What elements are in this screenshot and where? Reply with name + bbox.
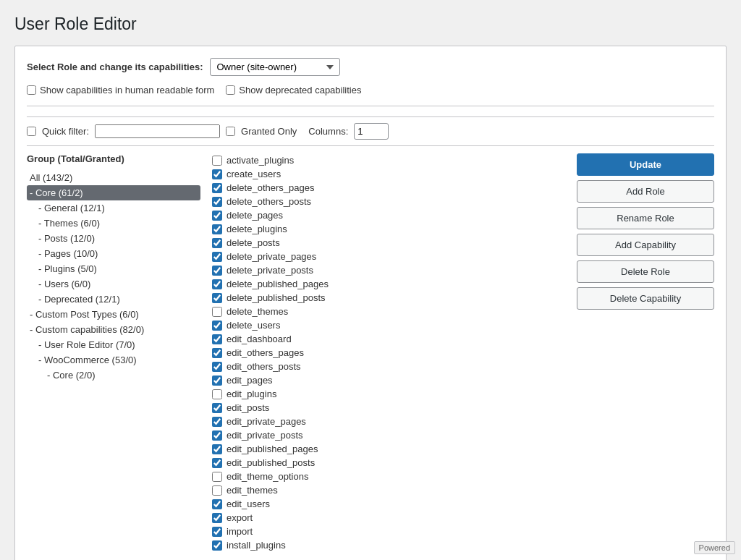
sidebar-item-0[interactable]: All (143/2) [27, 170, 200, 185]
powered-badge: Powered [694, 541, 735, 554]
capability-item-1: create_users [212, 167, 565, 181]
capability-name-25: edit_users [226, 499, 270, 509]
sidebar-group-header: Group (Total/Granted) [27, 153, 200, 164]
capability-item-6: delete_posts [212, 236, 565, 250]
capability-checkbox-16[interactable] [212, 376, 222, 386]
capability-name-5: delete_plugins [226, 224, 287, 234]
deprecated-label[interactable]: Show deprecated capabilities [226, 85, 361, 96]
capability-checkbox-23[interactable] [212, 472, 222, 482]
capability-checkbox-8[interactable] [212, 266, 222, 276]
update-button[interactable]: Update [577, 153, 714, 176]
capability-name-18: edit_posts [226, 402, 269, 413]
capability-item-7: delete_private_pages [212, 250, 565, 263]
capability-checkbox-3[interactable] [212, 197, 222, 207]
capability-checkbox-7[interactable] [212, 252, 222, 262]
capability-name-20: edit_private_posts [226, 430, 303, 441]
sidebar-item-6[interactable]: - Plugins (5/0) [27, 261, 200, 276]
sidebar-item-8[interactable]: - Deprecated (12/1) [27, 292, 200, 307]
main-panel: Select Role and change its capabilities:… [14, 46, 727, 560]
capability-name-26: export [226, 512, 253, 523]
columns-spinner[interactable] [354, 123, 389, 140]
capability-name-0: activate_plugins [226, 155, 294, 166]
capability-name-28: install_plugins [226, 540, 286, 551]
sidebar-item-11[interactable]: - User Role Editor (7/0) [27, 337, 200, 352]
capability-checkbox-5[interactable] [212, 224, 222, 234]
capability-checkbox-17[interactable] [212, 389, 222, 399]
capability-checkbox-13[interactable] [212, 334, 222, 344]
human-readable-label[interactable]: Show capabilities in human readable form [27, 85, 214, 96]
capability-checkbox-4[interactable] [212, 211, 222, 221]
capability-checkbox-28[interactable] [212, 540, 222, 551]
capability-item-14: edit_others_pages [212, 346, 565, 360]
capability-name-24: edit_themes [226, 485, 278, 496]
capability-item-28: install_plugins [212, 538, 565, 552]
sidebar-item-1[interactable]: - Core (61/2) [27, 185, 200, 200]
capability-checkbox-14[interactable] [212, 348, 222, 358]
sidebar-item-4[interactable]: - Posts (12/0) [27, 231, 200, 246]
options-row: Show capabilities in human readable form… [27, 85, 714, 96]
capability-item-10: delete_published_posts [212, 291, 565, 305]
capabilities-section: activate_pluginscreate_usersdelete_other… [212, 153, 565, 560]
sidebar-item-13[interactable]: - Core (2/0) [27, 368, 200, 383]
capability-item-4: delete_pages [212, 208, 565, 222]
capability-item-17: edit_plugins [212, 387, 565, 401]
select-all-checkbox[interactable] [27, 127, 36, 136]
capability-checkbox-15[interactable] [212, 362, 222, 372]
capability-item-24: edit_themes [212, 483, 565, 497]
capability-checkbox-0[interactable] [212, 156, 222, 166]
capability-item-20: edit_private_posts [212, 428, 565, 442]
capability-checkbox-20[interactable] [212, 430, 222, 441]
sidebar-item-9[interactable]: - Custom Post Types (6/0) [27, 307, 200, 322]
role-select[interactable]: AdministratorEditorAuthorContributorSubs… [210, 58, 340, 76]
deprecated-checkbox[interactable] [226, 85, 235, 95]
capability-name-7: delete_private_pages [226, 251, 316, 262]
capability-name-14: edit_others_pages [226, 347, 304, 358]
capability-name-11: delete_themes [226, 306, 288, 317]
capability-name-19: edit_private_pages [226, 416, 306, 427]
rename-role-button[interactable]: Rename Role [577, 207, 714, 229]
capability-item-19: edit_private_pages [212, 415, 565, 428]
capability-item-15: edit_others_posts [212, 360, 565, 373]
capability-checkbox-19[interactable] [212, 417, 222, 427]
sidebar-item-10[interactable]: - Custom capabilities (82/0) [27, 322, 200, 337]
delete-capability-button[interactable]: Delete Capability [577, 287, 714, 310]
capability-checkbox-12[interactable] [212, 321, 222, 331]
capability-checkbox-25[interactable] [212, 499, 222, 509]
capability-checkbox-6[interactable] [212, 238, 222, 248]
granted-only-checkbox[interactable] [226, 127, 235, 136]
capability-name-12: delete_users [226, 320, 280, 331]
delete-role-button[interactable]: Delete Role [577, 260, 714, 283]
capability-checkbox-18[interactable] [212, 403, 222, 413]
capability-checkbox-9[interactable] [212, 279, 222, 289]
capability-checkbox-2[interactable] [212, 183, 222, 193]
capability-item-18: edit_posts [212, 401, 565, 415]
sidebar-item-5[interactable]: - Pages (10/0) [27, 246, 200, 261]
capability-name-15: edit_others_posts [226, 361, 301, 372]
capability-checkbox-26[interactable] [212, 513, 222, 523]
capability-item-12: delete_users [212, 318, 565, 332]
right-panel: Update Add Role Rename Role Add Capabili… [577, 153, 714, 560]
sidebar-item-2[interactable]: - General (12/1) [27, 200, 200, 216]
capability-checkbox-22[interactable] [212, 458, 222, 468]
capability-name-13: edit_dashboard [226, 334, 292, 344]
add-capability-button[interactable]: Add Capability [577, 234, 714, 256]
quick-filter-input[interactable] [95, 124, 220, 138]
capability-item-26: export [212, 511, 565, 525]
human-readable-checkbox[interactable] [27, 85, 36, 95]
capability-item-21: edit_published_pages [212, 442, 565, 456]
sidebar-item-7[interactable]: - Users (6/0) [27, 276, 200, 292]
capability-name-1: create_users [226, 169, 281, 179]
capability-checkbox-24[interactable] [212, 485, 222, 496]
sidebar-item-12[interactable]: - WooCommerce (53/0) [27, 352, 200, 368]
capability-name-27: import [226, 526, 253, 537]
capability-item-23: edit_theme_options [212, 470, 565, 483]
capability-item-13: edit_dashboard [212, 332, 565, 346]
capability-checkbox-10[interactable] [212, 293, 222, 303]
capability-name-10: delete_published_posts [226, 292, 326, 303]
capability-checkbox-27[interactable] [212, 527, 222, 537]
capability-checkbox-21[interactable] [212, 444, 222, 454]
sidebar-item-3[interactable]: - Themes (6/0) [27, 216, 200, 231]
capability-checkbox-1[interactable] [212, 169, 222, 179]
capability-checkbox-11[interactable] [212, 307, 222, 317]
add-role-button[interactable]: Add Role [577, 180, 714, 203]
